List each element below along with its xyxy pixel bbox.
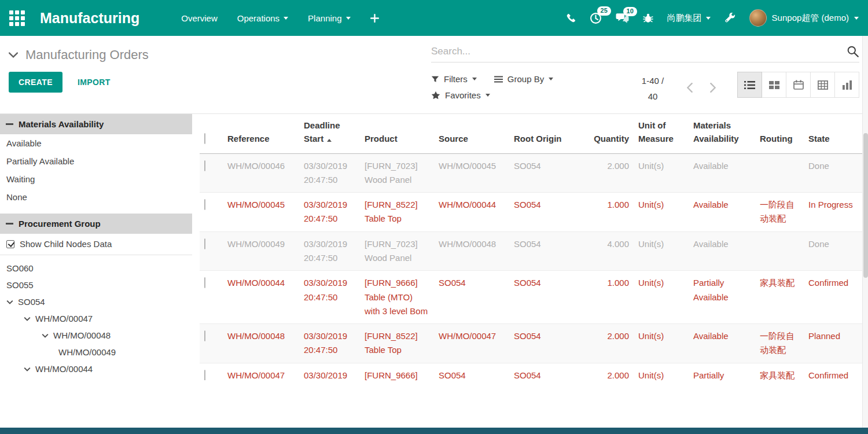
app-title[interactable]: Manufacturing <box>40 10 139 27</box>
col-deadline-start[interactable]: Deadline Start <box>299 114 360 153</box>
tree-item-so054[interactable]: SO054 <box>0 293 192 310</box>
scrollbar-thumb[interactable] <box>863 133 868 278</box>
messages-button[interactable]: 10 <box>616 13 629 24</box>
col-state[interactable]: State <box>804 114 862 153</box>
chevron-left-icon <box>687 83 693 93</box>
tree-item-wh-mo-00049[interactable]: WH/MO/00049 <box>0 344 192 361</box>
table-row[interactable]: WH/MO/00044 03/30/2019 20:47:50 [FURN_96… <box>200 271 862 324</box>
col-quantity[interactable]: Quantity <box>584 114 634 153</box>
tree-label: SO055 <box>6 280 34 290</box>
group-by-icon <box>494 76 503 83</box>
group-by-dropdown[interactable]: Group By <box>494 74 553 84</box>
cell-availability: Available <box>689 231 755 271</box>
filter-none[interactable]: None <box>0 188 192 206</box>
cell-availability: Available <box>689 153 755 193</box>
import-button[interactable]: IMPORT <box>76 72 112 93</box>
cell-root-origin: SO054 <box>509 363 584 380</box>
cell-routing: 家具装配 <box>755 271 804 324</box>
section-procurement-group[interactable]: Procurement Group <box>0 214 192 234</box>
tree-item-so055[interactable]: SO055 <box>0 277 192 293</box>
menu-operations[interactable]: Operations <box>237 13 288 23</box>
cell-deadline: 03/30/2019 20:47:50 <box>299 363 360 380</box>
chevron-down-icon <box>24 367 31 372</box>
tree-item-wh-mo-00044[interactable]: WH/MO/00044 <box>0 361 192 377</box>
filter-available[interactable]: Available <box>0 134 192 152</box>
graph-view-button[interactable] <box>834 72 859 98</box>
col-reference[interactable]: Reference <box>223 114 299 153</box>
table-row[interactable]: WH/MO/00047 03/30/2019 20:47:50 [FURN_96… <box>200 363 862 380</box>
pager: 1-40 / 40 <box>636 72 720 104</box>
favorites-label: Favorites <box>445 90 481 100</box>
chevron-down-icon <box>486 94 490 97</box>
tree-item-wh-mo-00045[interactable]: WH/MO/00045 <box>0 377 192 380</box>
activity-count-badge: 25 <box>597 6 611 16</box>
expander-chevron-icon <box>9 52 18 58</box>
cell-availability: Available <box>689 193 755 232</box>
list-view-button[interactable] <box>737 72 762 98</box>
view-switcher <box>738 72 859 98</box>
manufacturing-app: Manufacturing Overview Operations Planni… <box>0 0 868 434</box>
col-root-origin[interactable]: Root Origin <box>509 114 584 153</box>
row-checkbox[interactable] <box>204 238 205 249</box>
main-menu: Overview Operations Planning <box>181 13 378 23</box>
menu-planning[interactable]: Planning <box>308 13 350 23</box>
select-all-checkbox[interactable] <box>204 133 205 144</box>
row-checkbox[interactable] <box>204 160 205 171</box>
table-row[interactable]: WH/MO/00045 03/30/2019 20:47:50 [FURN_85… <box>200 193 862 232</box>
cell-routing: 一阶段自动装配 <box>755 324 804 363</box>
vertical-scrollbar[interactable] <box>862 36 868 428</box>
search-icon[interactable] <box>847 45 859 58</box>
filters-dropdown[interactable]: Filters <box>431 74 477 84</box>
add-shortcut-button[interactable] <box>370 14 379 23</box>
tree-item-so060[interactable]: SO060 <box>0 260 192 277</box>
apps-grid-icon[interactable] <box>9 10 25 26</box>
cell-source: WH/MO/00044 <box>434 193 509 232</box>
filter-waiting[interactable]: Waiting <box>0 170 192 188</box>
pager-next-button[interactable] <box>705 79 720 98</box>
favorites-dropdown[interactable]: Favorites <box>431 90 490 100</box>
table-row[interactable]: WH/MO/00046 03/30/2019 20:47:50 [FURN_70… <box>200 153 862 193</box>
col-materials-availability[interactable]: Materials Availability <box>689 114 755 153</box>
cell-uom: Unit(s) <box>634 231 689 271</box>
chevron-down-icon <box>346 17 351 20</box>
col-unit-of-measure[interactable]: Unit of Measure <box>634 114 689 153</box>
orders-list-view: Reference Deadline Start Product Source … <box>192 114 868 380</box>
cell-product: [FURN_7023] Wood Panel <box>360 231 434 271</box>
pivot-view-button[interactable] <box>810 72 835 98</box>
graph-view-icon <box>842 80 852 90</box>
kanban-view-icon <box>769 80 779 90</box>
pager-range[interactable]: 1-40 / 40 <box>636 73 670 104</box>
row-checkbox[interactable] <box>204 277 205 288</box>
create-button[interactable]: CREATE <box>9 72 62 93</box>
cell-reference: WH/MO/00047 <box>223 363 299 380</box>
section-materials-availability[interactable]: Materials Availability <box>0 114 192 134</box>
cell-routing: 一阶段自动装配 <box>755 193 804 232</box>
calendar-view-button[interactable] <box>786 72 811 98</box>
checked-checkbox[interactable] <box>6 240 14 248</box>
col-product[interactable]: Product <box>360 114 434 153</box>
col-source[interactable]: Source <box>434 114 509 153</box>
row-checkbox[interactable] <box>204 199 205 210</box>
navbar-systray: 25 10 尚鹏集团 Sunpop超管 (demo) <box>566 9 859 27</box>
tree-item-wh-mo-00047[interactable]: WH/MO/00047 <box>0 310 192 327</box>
debug-button[interactable] <box>643 13 653 23</box>
show-child-nodes-toggle[interactable]: Show Child Nodes Data <box>0 234 192 255</box>
tools-button[interactable] <box>724 13 735 24</box>
col-routing[interactable]: Routing <box>755 114 804 153</box>
tree-item-wh-mo-00048[interactable]: WH/MO/00048 <box>0 327 192 344</box>
cell-root-origin: SO054 <box>509 193 584 232</box>
pager-previous-button[interactable] <box>682 79 697 98</box>
table-row[interactable]: WH/MO/00049 03/30/2019 20:47:50 [FURN_70… <box>200 231 862 271</box>
search-input[interactable] <box>431 46 847 57</box>
row-checkbox[interactable] <box>204 370 205 380</box>
user-menu[interactable]: Sunpop超管 (demo) <box>749 9 859 27</box>
filter-partially-available[interactable]: Partially Available <box>0 152 192 170</box>
table-row[interactable]: WH/MO/00048 03/30/2019 20:47:50 [FURN_85… <box>200 324 862 363</box>
kanban-view-button[interactable] <box>762 72 786 98</box>
phone-button[interactable] <box>566 13 576 23</box>
row-checkbox[interactable] <box>204 330 205 341</box>
activities-button[interactable]: 25 <box>590 12 602 24</box>
company-switcher[interactable]: 尚鹏集团 <box>667 13 711 24</box>
breadcrumb[interactable]: Manufacturing Orders <box>9 45 149 62</box>
menu-overview[interactable]: Overview <box>181 13 218 23</box>
